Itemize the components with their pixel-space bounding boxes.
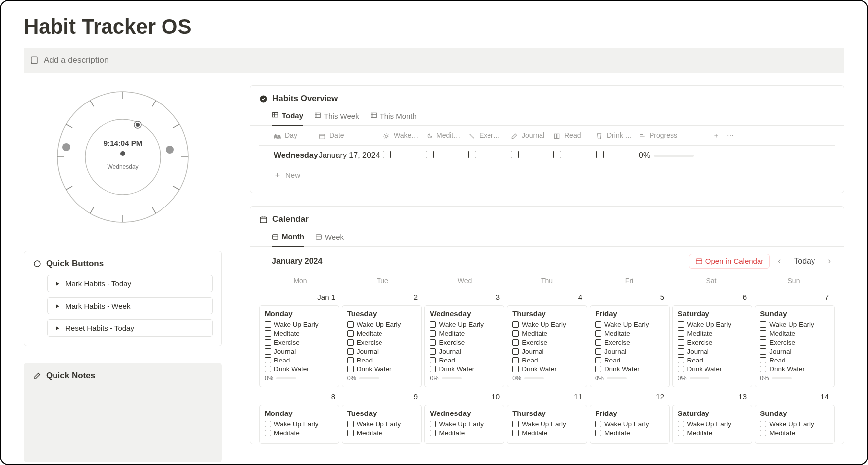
habit-checkbox[interactable]	[512, 321, 519, 328]
calendar-habit-item[interactable]: Meditate	[430, 330, 499, 337]
habit-checkbox[interactable]	[430, 330, 436, 337]
habit-checkbox[interactable]	[430, 348, 436, 355]
calendar-date-number[interactable]: 5	[588, 291, 670, 302]
calendar-habit-item[interactable]: Exercise	[678, 339, 747, 346]
habit-checkbox[interactable]	[265, 357, 271, 363]
today-button[interactable]: Today	[789, 255, 820, 268]
habit-checkbox[interactable]	[678, 430, 684, 436]
calendar-day-card[interactable]: WednesdayWake Up EarlyMeditate	[424, 405, 504, 444]
habit-checkbox[interactable]	[430, 421, 436, 427]
calendar-date-number[interactable]: 13	[670, 390, 753, 402]
habit-checkbox[interactable]	[265, 421, 271, 427]
calendar-habit-item[interactable]: Meditate	[347, 330, 417, 337]
habit-checkbox[interactable]	[760, 366, 766, 372]
calendar-habit-item[interactable]: Read	[347, 357, 417, 364]
calendar-habit-item[interactable]: Read	[265, 357, 334, 364]
habit-checkbox[interactable]	[511, 151, 519, 158]
habit-checkbox[interactable]	[678, 321, 684, 328]
habit-checkbox[interactable]	[468, 151, 476, 158]
calendar-habit-item[interactable]: Journal	[512, 348, 582, 355]
calendar-day-card[interactable]: MondayWake Up EarlyMeditate	[259, 405, 339, 444]
habit-checkbox[interactable]	[265, 339, 271, 346]
calendar-habit-item[interactable]: Wake Up Early	[430, 321, 499, 328]
calendar-habit-item[interactable]: Meditate	[430, 429, 499, 437]
calendar-habit-item[interactable]: Journal	[678, 348, 747, 355]
calendar-habit-item[interactable]: Exercise	[512, 339, 582, 346]
calendar-habit-item[interactable]: Meditate	[265, 429, 334, 437]
description-bar[interactable]: Add a description	[24, 48, 844, 73]
calendar-habit-item[interactable]: Read	[512, 357, 582, 364]
habit-checkbox[interactable]	[347, 330, 354, 337]
habit-checkbox[interactable]	[347, 348, 354, 355]
calendar-habit-item[interactable]: Wake Up Early	[595, 321, 664, 328]
calendar-habit-item[interactable]: Read	[678, 357, 747, 364]
habit-checkbox[interactable]	[430, 357, 436, 363]
calendar-habit-item[interactable]: Drink Water	[512, 365, 582, 373]
habit-checkbox[interactable]	[265, 430, 271, 436]
overview-tab-this-week[interactable]: This Week	[314, 108, 359, 125]
calendar-tab-week[interactable]: Week	[315, 229, 344, 246]
calendar-date-number[interactable]: 6	[670, 291, 753, 302]
calendar-date-number[interactable]: 8	[259, 390, 341, 402]
column-header-day[interactable]: AaDay	[259, 131, 319, 140]
habit-checkbox[interactable]	[595, 330, 601, 337]
calendar-habit-item[interactable]: Meditate	[512, 429, 582, 437]
calendar-date-number[interactable]: 3	[424, 291, 506, 302]
habit-checkbox[interactable]	[512, 339, 519, 346]
habit-checkbox[interactable]	[430, 430, 436, 436]
habit-checkbox[interactable]	[347, 430, 354, 436]
habit-checkbox[interactable]	[760, 421, 766, 427]
calendar-tab-month[interactable]: Month	[272, 229, 304, 247]
column-header-progress[interactable]: Progress	[639, 131, 713, 140]
calendar-habit-item[interactable]: Drink Water	[265, 365, 334, 373]
habit-checkbox[interactable]	[760, 430, 766, 436]
calendar-habit-item[interactable]: Wake Up Early	[678, 420, 747, 428]
habit-checkbox[interactable]	[678, 348, 684, 355]
calendar-day-card[interactable]: FridayWake Up EarlyMeditate	[590, 405, 670, 444]
calendar-date-number[interactable]: 9	[341, 390, 424, 402]
calendar-date-number[interactable]: Jan 1	[259, 291, 341, 302]
calendar-habit-item[interactable]: Meditate	[347, 429, 417, 437]
calendar-habit-item[interactable]: Drink Water	[760, 365, 829, 373]
habit-checkbox[interactable]	[265, 321, 271, 328]
calendar-date-number[interactable]: 7	[753, 291, 835, 302]
habit-checkbox[interactable]	[426, 151, 434, 158]
calendar-date-number[interactable]: 10	[424, 390, 506, 402]
calendar-day-card[interactable]: SaturdayWake Up EarlyMeditateExerciseJou…	[672, 305, 753, 387]
habit-checkbox[interactable]	[678, 339, 684, 346]
calendar-habit-item[interactable]: Meditate	[595, 330, 664, 337]
calendar-habit-item[interactable]: Read	[430, 357, 499, 364]
habit-checkbox[interactable]	[265, 366, 271, 372]
habit-checkbox[interactable]	[430, 339, 436, 346]
add-column-button[interactable]: ＋	[713, 131, 727, 140]
row-date[interactable]: January 17, 2024	[319, 151, 383, 160]
calendar-date-number[interactable]: 2	[341, 291, 424, 302]
column-header-exer[interactable]: Exer…	[468, 131, 511, 140]
calendar-habit-item[interactable]: Wake Up Early	[347, 420, 417, 428]
calendar-habit-item[interactable]: Meditate	[760, 330, 829, 337]
calendar-date-number[interactable]: 11	[506, 390, 588, 402]
habit-checkbox[interactable]	[760, 357, 766, 363]
habit-checkbox[interactable]	[512, 348, 519, 355]
habit-checkbox[interactable]	[347, 321, 354, 328]
calendar-habit-item[interactable]: Wake Up Early	[430, 420, 499, 428]
column-header-drink[interactable]: Drink …	[596, 131, 639, 140]
habit-checkbox[interactable]	[678, 366, 684, 372]
calendar-day-card[interactable]: ThursdayWake Up EarlyMeditate	[507, 405, 587, 444]
habit-checkbox[interactable]	[595, 357, 601, 363]
overview-tab-this-month[interactable]: This Month	[370, 108, 417, 125]
habit-checkbox[interactable]	[430, 321, 436, 328]
calendar-habit-item[interactable]: Journal	[265, 348, 334, 355]
calendar-habit-item[interactable]: Wake Up Early	[760, 321, 829, 328]
habit-checkbox[interactable]	[595, 366, 601, 372]
calendar-date-number[interactable]: 4	[506, 291, 588, 302]
habit-checkbox[interactable]	[265, 330, 271, 337]
calendar-habit-item[interactable]: Meditate	[512, 330, 582, 337]
calendar-habit-item[interactable]: Journal	[595, 348, 664, 355]
calendar-day-card[interactable]: ThursdayWake Up EarlyMeditateExerciseJou…	[507, 305, 587, 387]
habit-checkbox[interactable]	[595, 321, 601, 328]
habit-checkbox[interactable]	[760, 321, 766, 328]
quick-button-2[interactable]: Reset Habits - Today	[47, 319, 213, 337]
calendar-habit-item[interactable]: Wake Up Early	[265, 321, 334, 328]
overview-tab-today[interactable]: Today	[272, 108, 303, 126]
